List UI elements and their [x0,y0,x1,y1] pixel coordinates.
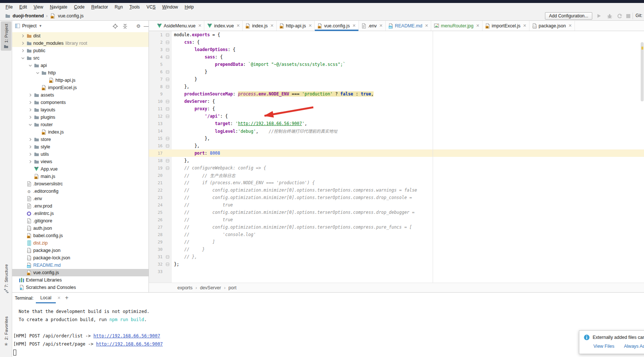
run-with-coverage-icon[interactable] [616,13,623,19]
tab--env[interactable]: .env✕ [359,21,386,31]
tab-importexcel-js[interactable]: JSimportExcel.js✕ [483,21,529,31]
tab-asidemenu-vue[interactable]: AsideMenu.vue✕ [154,21,204,31]
menu-run[interactable]: Run [111,4,126,10]
tree-item-views[interactable]: views [12,158,149,165]
close-icon[interactable]: ✕ [236,23,240,28]
fold-marker-icon[interactable] [166,137,172,140]
tree-item-components[interactable]: components [12,99,149,106]
menu-tools[interactable]: Tools [126,4,143,10]
fold-marker-icon[interactable] [166,70,172,74]
chevron-right-icon[interactable] [27,137,33,142]
tree-item-public[interactable]: public [12,47,149,54]
chevron-right-icon[interactable] [27,107,33,113]
terminal-tab-local[interactable]: Local [36,293,56,303]
fold-marker-icon[interactable] [166,115,172,118]
project-tree[interactable]: distnode_moduleslibrary rootpublicsrcapi… [12,31,149,292]
chevron-right-icon[interactable] [27,159,33,165]
tree-item-api[interactable]: api [12,62,149,69]
tree-item-http[interactable]: http [12,69,149,77]
tree-item-assets[interactable]: assets [12,91,149,99]
chevron-down-icon[interactable]: ▼ [39,24,42,28]
tree-item--env-prod[interactable]: .env.prod [12,202,149,210]
tree-item--gitignore[interactable]: .gitignore [12,217,149,225]
chevron-right-icon[interactable] [27,114,33,120]
fold-marker-icon[interactable] [166,55,172,59]
tree-item-style[interactable]: style [12,143,149,151]
chevron-right-icon[interactable] [27,100,33,105]
tree-item-layouts[interactable]: layouts [12,106,149,114]
chevron-right-icon[interactable] [20,33,26,39]
editor-scrollbar[interactable] [641,42,644,101]
fold-marker-icon[interactable] [166,33,172,37]
breadcrumb-exports[interactable]: exports [177,285,192,290]
tree-item--editorconfig[interactable]: ⚙.editorconfig [12,188,149,195]
tree-item-store[interactable]: store [12,136,149,143]
chevron-right-icon[interactable] [27,92,33,98]
notification-link-view-files[interactable]: View Files [593,344,614,349]
tree-item-node-modules[interactable]: node_moduleslibrary root [12,40,149,47]
terminal-url-link[interactable]: http://192.168.66.56:9007 [96,341,163,347]
fold-marker-icon[interactable] [166,166,172,170]
tree-item-src[interactable]: src [12,54,149,62]
fold-marker-icon[interactable] [166,100,172,103]
breadcrumb-devserver[interactable]: devServer [200,285,221,290]
tab-index-js[interactable]: JSindex.js✕ [243,21,277,31]
tab-menurouter-jpg[interactable]: menuRouter.jpg✕ [431,21,482,31]
menu-vcs[interactable]: VCS [143,4,159,10]
chevron-right-icon[interactable] [20,48,26,54]
breadcrumb-file[interactable]: vue.config.js [58,13,84,18]
chevron-down-icon[interactable] [27,122,33,128]
breadcrumb-project[interactable]: duoji-frontend [13,13,44,18]
menu-view[interactable]: View [30,4,47,10]
tree-item-index-js[interactable]: JSindex.js [12,128,149,136]
tool-stripe-project-button[interactable]: 1: Project [1,21,11,51]
tree-item-plugins[interactable]: plugins [12,114,149,121]
menu-help[interactable]: Help [181,4,197,10]
hide-panel-icon[interactable]: — [143,23,149,29]
tab-readme-md[interactable]: MDREADME.md✕ [386,21,432,31]
tree-item-babel-config-js[interactable]: JSbabel.config.js [12,232,149,239]
tab-http-api-js[interactable]: JShttp-api.js✕ [277,21,315,31]
tree-item-app-vue[interactable]: App.vue [12,165,149,173]
menu-code[interactable]: Code [71,4,88,10]
breadcrumb-port[interactable]: port [228,285,236,290]
tree-item--eslintrc-js[interactable]: .eslintrc.js [12,210,149,217]
fold-marker-icon[interactable] [166,85,172,88]
fold-marker-icon[interactable] [166,159,172,162]
collapse-all-icon[interactable] [122,23,128,29]
tab-vue-config-js[interactable]: JSvue.config.js✕ [315,21,359,31]
tool-stripe-structure-button[interactable]: 7: Structure [1,262,11,295]
tree-item-router[interactable]: router [12,121,149,128]
tree-item--env[interactable]: .env [12,195,149,202]
fold-marker-icon[interactable] [166,255,172,259]
git-branch-label[interactable]: Git: [636,13,643,18]
chevron-down-icon[interactable] [35,70,41,76]
close-icon[interactable]: ✕ [523,23,527,28]
terminal-output[interactable]: Note that the development build is not o… [12,304,644,357]
add-configuration-button[interactable]: Add Configuration... [545,12,592,20]
code-editor[interactable]: 1module.exports = {2 css: {3 loaderOptio… [149,31,644,283]
chevron-right-icon[interactable] [27,151,33,157]
fold-marker-icon[interactable] [166,144,172,148]
notification-link-always-add[interactable]: Always Add [624,344,644,349]
menu-file[interactable]: File [2,4,16,10]
close-icon[interactable]: ✕ [309,23,312,28]
close-icon[interactable]: ✕ [425,23,428,28]
tab-index-vue[interactable]: index.vue✕ [204,21,243,31]
panel-title[interactable]: Project [22,23,37,28]
menu-navigate[interactable]: Navigate [47,4,71,10]
menu-edit[interactable]: Edit [16,4,30,10]
tool-stripe-favorites-button[interactable]: 2: Favorites ★ [1,314,11,349]
fold-marker-icon[interactable] [166,78,172,81]
tab-package-json[interactable]: {;}package.json✕ [529,21,575,31]
chevron-down-icon[interactable] [27,63,33,68]
debug-icon[interactable] [606,13,613,19]
close-icon[interactable]: ✕ [568,23,572,28]
tree-item-external-libraries[interactable]: External Libraries [12,276,149,284]
locate-file-icon[interactable] [112,23,118,29]
close-icon[interactable]: ✕ [270,23,274,28]
tree-item-importexcel-js[interactable]: JSimportExcel.js [12,84,149,91]
tree-item-readme-md[interactable]: MDREADME.md [12,262,149,269]
close-icon[interactable]: ✕ [352,23,356,28]
new-terminal-icon[interactable]: + [65,294,68,301]
